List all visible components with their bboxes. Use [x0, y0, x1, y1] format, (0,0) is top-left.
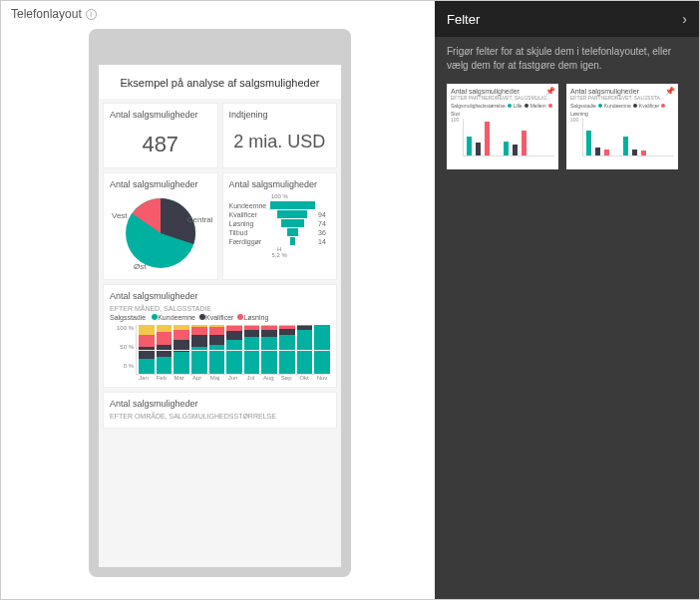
- x-label: Sep: [278, 375, 294, 381]
- funnel-row-label: Løsning: [229, 220, 267, 227]
- thumb-title: Antal salgsmuligheder: [451, 88, 554, 95]
- phone-layout-pane: Telefonlayout i Eksempel på analyse af s…: [1, 1, 435, 599]
- kpi-revenue-label: Indtjening: [229, 110, 331, 120]
- pie-label-ost: Øst: [134, 262, 146, 271]
- ytick-2: 0 %: [110, 363, 134, 369]
- x-label: Apr: [189, 375, 205, 381]
- pie-chart: Vest Central Øst: [110, 193, 211, 273]
- x-label: Maj: [207, 375, 223, 381]
- ytick-1: 50 %: [110, 344, 134, 350]
- thumb-bar: [476, 143, 481, 155]
- funnel-bar: [287, 228, 298, 236]
- bottom-sub: EFTER OMRÅDE, SALGSMULIGHEDSSTØRRELSE: [110, 413, 330, 420]
- funnel-bar: [270, 201, 316, 209]
- funnel-title: Antal salgsmuligheder: [229, 179, 331, 189]
- thumb-legend: SalgsstadieKundeemneKvalificerLøsning: [570, 103, 674, 117]
- legend-title: Salgsstadie: [110, 314, 146, 321]
- x-label: Mar: [172, 375, 187, 381]
- info-icon[interactable]: i: [86, 9, 97, 20]
- legend-name: Kvalificer: [639, 103, 659, 109]
- legend-dot: [598, 104, 602, 108]
- thumb-legend: SalgsmulighedsstørrelseLilleMellemStor: [451, 103, 554, 117]
- funnel-row-label: Tilbud: [229, 229, 267, 236]
- stacked-bars: [136, 325, 330, 375]
- thumb-y-tick: 100: [451, 117, 459, 123]
- funnel-rows: Kundeemne Kvalificer 94Løsning 74Tilbud …: [229, 201, 331, 245]
- thumb-bar: [504, 142, 509, 155]
- bar-column: [191, 325, 207, 374]
- funnel-bar: [281, 219, 304, 227]
- x-label: Feb: [154, 375, 170, 381]
- legend-name: Kvalificer: [205, 314, 233, 321]
- legend-dot: [548, 104, 552, 108]
- fields-pane: Felter › Frigør felter for at skjule dem…: [435, 1, 699, 599]
- funnel-row-value: 94: [318, 211, 330, 218]
- kpi-count-tile[interactable]: Antal salgsmuligheder 487: [103, 103, 218, 168]
- thumb-title: Antal salgsmuligheder: [570, 88, 674, 95]
- legend-dot: [525, 104, 528, 108]
- bar-column: [314, 325, 330, 374]
- funnel-bar: [277, 210, 307, 218]
- pie-label-central: Central: [187, 215, 213, 224]
- funnel-row-value: 74: [318, 220, 330, 227]
- thumb-y-tick: 100: [570, 117, 578, 123]
- stacked-sub: EFTER MÅNED, SALGSSTADIE: [110, 305, 330, 312]
- pie-label-vest: Vest: [112, 211, 128, 220]
- phone-screen[interactable]: Eksempel på analyse af salgsmuligheder A…: [99, 65, 341, 567]
- legend-name: Mellem: [530, 103, 546, 109]
- legend-name: Kundeemne: [158, 314, 195, 321]
- funnel-row-label: Færdiggør: [229, 238, 267, 245]
- bar-column: [261, 325, 277, 374]
- bar-column: [157, 325, 173, 374]
- stacked-title: Antal salgsmuligheder: [110, 291, 330, 301]
- stacked-x-labels: JanFebMarAprMajJunJulAugSepOktNov: [136, 375, 330, 381]
- thumbnails-row: 📌 Antal salgsmuligheder EFTER PARTNERDRE…: [435, 80, 699, 173]
- x-label: Jan: [136, 375, 152, 381]
- x-label: Aug: [260, 375, 276, 381]
- legend-dot: [633, 104, 637, 108]
- funnel-tile[interactable]: Antal salgsmuligheder 100 % Kundeemne Kv…: [222, 172, 338, 280]
- bar-column: [297, 325, 313, 374]
- y-axis: 100 % 50 % 0 %: [110, 325, 134, 369]
- pin-icon[interactable]: 📌: [545, 87, 555, 96]
- funnel-row-label: Kundeemne: [229, 202, 267, 209]
- chevron-right-icon[interactable]: ›: [682, 11, 687, 27]
- bar-column: [226, 325, 242, 374]
- kpi-count-label: Antal salgsmuligheder: [110, 110, 211, 120]
- left-header: Telefonlayout i: [11, 7, 97, 21]
- pie-title: Antal salgsmuligheder: [110, 179, 211, 189]
- funnel-row-label: Kvalificer: [229, 211, 267, 218]
- ytick-0: 100 %: [110, 325, 134, 331]
- pie-tile[interactable]: Antal salgsmuligheder Vest Central Øst: [103, 172, 218, 280]
- thumb-legend-title: Salgsmulighedsstørrelse: [451, 103, 506, 109]
- fields-help-text: Frigør felter for at skjule dem i telefo…: [435, 37, 699, 80]
- bar-column: [279, 325, 295, 374]
- legend-name: Lille: [514, 103, 523, 109]
- fields-header[interactable]: Felter ›: [435, 1, 699, 37]
- x-label: Jun: [225, 375, 241, 381]
- field-thumbnail[interactable]: 📌 Antal salgsmuligheder EFTER PARTNERDRE…: [566, 84, 678, 169]
- funnel-bar: [290, 237, 295, 245]
- thumb-sub: EFTER PARTNERDREVET, SALGSSTA...: [570, 95, 674, 101]
- x-label: Okt: [296, 375, 312, 381]
- legend-dot: [508, 104, 512, 108]
- funnel-row-value: 14: [318, 238, 330, 245]
- pin-icon[interactable]: 📌: [665, 87, 675, 96]
- thumb-bar: [632, 150, 637, 155]
- fields-header-title: Felter: [447, 12, 480, 27]
- kpi-revenue-tile[interactable]: Indtjening 2 mia. USD: [222, 103, 338, 168]
- stacked-tile[interactable]: Antal salgsmuligheder EFTER MÅNED, SALGS…: [103, 284, 337, 388]
- bar-column: [139, 325, 155, 374]
- phone-frame: Eksempel på analyse af salgsmuligheder A…: [89, 29, 351, 577]
- kpi-revenue-value: 2 mia. USD: [229, 124, 331, 156]
- thumb-bar: [467, 137, 472, 155]
- funnel-bottom-pct: 5,2 %: [229, 252, 331, 258]
- bar-column: [209, 325, 225, 374]
- bottom-tile[interactable]: Antal salgsmuligheder EFTER OMRÅDE, SALG…: [103, 392, 337, 429]
- field-thumbnail[interactable]: 📌 Antal salgsmuligheder EFTER PARTNERDRE…: [447, 84, 558, 169]
- thumb-bar: [595, 148, 600, 155]
- x-label: Jul: [242, 375, 258, 381]
- funnel-top-pct: 100 %: [229, 193, 331, 199]
- pie-svg: [126, 198, 195, 268]
- legend-dot: [661, 104, 665, 108]
